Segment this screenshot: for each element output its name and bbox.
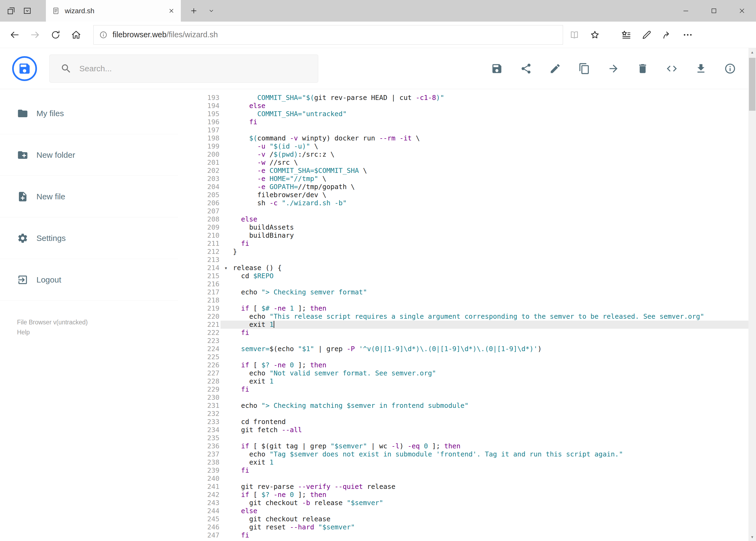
code-line[interactable]: 206 sh -c "./wizard.sh -b" bbox=[178, 199, 748, 207]
tabs-aside-button[interactable] bbox=[6, 6, 16, 15]
code-line[interactable]: 231 echo "> Checking matching $semver in… bbox=[178, 402, 748, 410]
code-line[interactable]: 209 buildAssets bbox=[178, 224, 748, 232]
tab-list-button[interactable] bbox=[205, 0, 218, 22]
code-line[interactable]: 203 -e HOME="//tmp" \ bbox=[178, 175, 748, 183]
code-line[interactable]: 244 else bbox=[178, 507, 748, 515]
code-line[interactable]: 198 $(command -v winpty) docker run --rm… bbox=[178, 134, 748, 142]
code-line[interactable]: 196 fi bbox=[178, 118, 748, 126]
code-line[interactable]: 230 bbox=[178, 393, 748, 402]
web-note-button[interactable] bbox=[636, 25, 657, 45]
code-line[interactable]: 247 fi bbox=[178, 531, 748, 539]
code-editor[interactable]: 193 COMMIT_SHA="$(git rev-parse HEAD | c… bbox=[178, 89, 748, 541]
scroll-down-icon[interactable]: ▼ bbox=[748, 533, 756, 541]
code-line[interactable]: 194 else bbox=[178, 102, 748, 110]
download-button[interactable] bbox=[695, 63, 707, 75]
code-line[interactable]: 232 bbox=[178, 410, 748, 418]
more-button[interactable] bbox=[677, 25, 698, 45]
tab-preview-button[interactable] bbox=[23, 6, 32, 15]
code-line[interactable]: 193 COMMIT_SHA="$(git rev-parse HEAD | c… bbox=[178, 94, 748, 102]
new-tab-button[interactable] bbox=[186, 0, 202, 22]
code-line[interactable]: 220 echo "This release script requires a… bbox=[178, 312, 748, 320]
code-line[interactable]: 212} bbox=[178, 248, 748, 256]
search-input[interactable] bbox=[79, 64, 301, 73]
code-line[interactable]: 234 git fetch --all bbox=[178, 426, 748, 434]
code-line[interactable]: 205 filebrowser/dev \ bbox=[178, 191, 748, 199]
code-line[interactable]: 237 echo "Tag $semver does not exist in … bbox=[178, 450, 748, 458]
code-line[interactable]: 210 buildBinary bbox=[178, 232, 748, 240]
code-line[interactable]: 199 -u "$(id -u)" \ bbox=[178, 142, 748, 151]
scroll-up-icon[interactable]: ▲ bbox=[748, 48, 756, 56]
code-line[interactable]: 233 cd frontend bbox=[178, 418, 748, 426]
code-line[interactable]: 219 if [ $# -ne 1 ]; then bbox=[178, 304, 748, 312]
code-line[interactable]: 246 git reset --hard "$semver" bbox=[178, 523, 748, 531]
code-line[interactable]: 204 -e GOPATH=//tmp/gopath \ bbox=[178, 183, 748, 191]
url-bar[interactable]: filebrowser.web/files/wizard.sh bbox=[94, 25, 563, 45]
code-line[interactable]: 229 fi bbox=[178, 385, 748, 393]
code-line[interactable]: 217 echo "> Checking semver format" bbox=[178, 288, 748, 296]
home-button[interactable] bbox=[66, 25, 86, 45]
code-line[interactable]: 208 else bbox=[178, 215, 748, 224]
help-link[interactable]: Help bbox=[17, 327, 178, 337]
rename-button[interactable] bbox=[549, 63, 561, 75]
page-scrollbar[interactable]: ▲ ▼ bbox=[748, 48, 756, 541]
scrollbar-thumb[interactable] bbox=[749, 58, 755, 111]
code-line[interactable]: 228 exit 1 bbox=[178, 377, 748, 385]
maximize-button[interactable] bbox=[700, 0, 728, 22]
code-line[interactable]: 227 echo "Not valid semver format. See s… bbox=[178, 369, 748, 377]
raw-code-button[interactable] bbox=[666, 63, 678, 75]
back-button[interactable] bbox=[4, 25, 25, 45]
code-line[interactable]: 211 fi bbox=[178, 240, 748, 248]
refresh-button[interactable] bbox=[45, 25, 66, 45]
code-line[interactable]: 218 bbox=[178, 296, 748, 304]
code-line[interactable]: 213 bbox=[178, 256, 748, 264]
code-line[interactable]: 197 bbox=[178, 126, 748, 134]
filebrowser-logo[interactable] bbox=[12, 56, 37, 81]
code-line[interactable]: 236 if [ $(git tag | grep "$semver" | wc… bbox=[178, 442, 748, 450]
reading-view-button[interactable] bbox=[564, 25, 585, 45]
hub-button[interactable] bbox=[616, 25, 636, 45]
tab-close-button[interactable] bbox=[168, 7, 175, 14]
site-info-icon[interactable] bbox=[99, 31, 108, 39]
delete-button[interactable] bbox=[637, 63, 648, 75]
browser-tab[interactable]: wizard.sh bbox=[46, 0, 181, 22]
code-line[interactable]: 207 bbox=[178, 207, 748, 215]
code-line[interactable]: 224 semver=$(echo "$1" | grep -P '^v(0|[… bbox=[178, 345, 748, 353]
share-file-button[interactable] bbox=[520, 63, 532, 75]
code-line[interactable]: 195 COMMIT_SHA="untracked" bbox=[178, 110, 748, 118]
save-button[interactable] bbox=[491, 63, 503, 75]
forward-button[interactable] bbox=[25, 25, 45, 45]
file-info-button[interactable] bbox=[724, 63, 736, 75]
code-line[interactable]: 215 cd $REPO bbox=[178, 272, 748, 280]
code-line[interactable]: 221 exit 1 bbox=[178, 320, 748, 329]
code-line[interactable]: 222 fi bbox=[178, 329, 748, 337]
code-line[interactable]: 225 bbox=[178, 353, 748, 361]
code-line[interactable]: 241 git rev-parse --verify --quiet relea… bbox=[178, 483, 748, 491]
close-button[interactable] bbox=[728, 0, 756, 22]
sidebar-item-logout[interactable]: Logout bbox=[0, 259, 178, 300]
code-line[interactable]: 216 bbox=[178, 280, 748, 288]
sidebar-item-settings[interactable]: Settings bbox=[0, 218, 178, 259]
code-line[interactable]: 223 bbox=[178, 337, 748, 345]
sidebar-item-my-files[interactable]: My files bbox=[0, 93, 178, 134]
code-line[interactable]: 214▾release () { bbox=[178, 264, 748, 272]
favorite-button[interactable] bbox=[585, 25, 605, 45]
code-line[interactable]: 202 -e COMMIT_SHA=$COMMIT_SHA \ bbox=[178, 167, 748, 175]
search-bar[interactable] bbox=[49, 55, 318, 83]
code-line[interactable]: 235 bbox=[178, 434, 748, 442]
code-line[interactable]: 245 git checkout release bbox=[178, 515, 748, 523]
move-button[interactable] bbox=[608, 63, 620, 75]
code-line[interactable]: 240 bbox=[178, 475, 748, 483]
minimize-button[interactable] bbox=[672, 0, 700, 22]
code-line[interactable]: 239 fi bbox=[178, 466, 748, 475]
share-button[interactable] bbox=[657, 25, 677, 45]
fold-marker-icon[interactable]: ▾ bbox=[220, 264, 231, 272]
sidebar-item-new-file[interactable]: New file bbox=[0, 176, 178, 218]
code-line[interactable]: 200 -v /$(pwd):/src:z \ bbox=[178, 151, 748, 159]
sidebar-item-new-folder[interactable]: New folder bbox=[0, 134, 178, 176]
code-line[interactable]: 226 if [ $? -ne 0 ]; then bbox=[178, 361, 748, 369]
code-line[interactable]: 201 -w //src \ bbox=[178, 159, 748, 167]
copy-button[interactable] bbox=[579, 63, 590, 75]
code-line[interactable]: 243 git checkout -b release "$semver" bbox=[178, 499, 748, 507]
code-line[interactable]: 242 if [ $? -ne 0 ]; then bbox=[178, 491, 748, 499]
code-line[interactable]: 238 exit 1 bbox=[178, 458, 748, 466]
